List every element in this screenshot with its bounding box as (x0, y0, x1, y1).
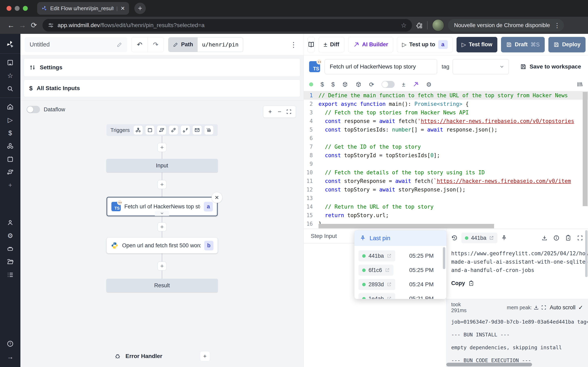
run-hash-chip[interactable]: 2893d (359, 279, 395, 290)
site-settings-icon[interactable] (48, 22, 54, 28)
path-edit-button[interactable]: Path (168, 38, 198, 52)
schedule-trigger-button[interactable] (145, 125, 155, 135)
ai-assist-wand-icon[interactable] (413, 81, 419, 87)
settings-gear-icon[interactable]: ⚙ (0, 230, 20, 241)
code-line[interactable]: 2export async function main(): Promise<s… (304, 100, 588, 108)
new-tab-button[interactable]: + (134, 3, 146, 14)
diff-button[interactable]: ± Diff (319, 37, 345, 52)
audit-logs-icon[interactable] (0, 269, 20, 280)
url-text[interactable]: app.windmill.dev/flows/edit/u/henri/pin_… (58, 22, 397, 29)
close-window-button[interactable] (7, 6, 11, 11)
log-output[interactable]: job=019634e7-9d30-b7cb-1e89-03a64ed441ba… (451, 315, 583, 367)
add-error-handler-button[interactable]: + (200, 351, 210, 361)
path-value[interactable]: u/henri/pin (198, 38, 243, 52)
code-line[interactable]: 9 (304, 160, 588, 168)
undo-button[interactable]: ↶ (132, 37, 148, 52)
path-button-group[interactable]: Path u/henri/pin (168, 37, 243, 52)
test-up-to-button[interactable]: ▷ Test up to a (397, 37, 453, 52)
resources-icon[interactable] (0, 141, 20, 151)
plus-minus-icon[interactable]: ± (402, 81, 405, 88)
extensions-icon[interactable] (416, 22, 423, 29)
editor-vertical-scrollbar[interactable] (583, 92, 588, 206)
schedules-icon[interactable] (0, 154, 20, 164)
diff-mode-toggle[interactable] (381, 81, 395, 88)
route-trigger-button[interactable] (157, 125, 166, 135)
insert-step-button[interactable]: + (158, 222, 167, 231)
tag-select[interactable] (453, 59, 509, 74)
code-line[interactable]: 11 const storyResponse = await fetch(`ht… (304, 177, 588, 185)
external-link-icon[interactable] (385, 268, 390, 273)
run-hash-chip[interactable]: 1e4ab (359, 293, 395, 299)
code-line[interactable]: 1// Define the main function to fetch th… (304, 91, 588, 100)
input-node[interactable]: Input (106, 159, 218, 172)
copy-button[interactable]: Copy (451, 280, 583, 286)
code-editor[interactable]: 1// Define the main function to fetch th… (304, 91, 588, 229)
edit-pencil-icon[interactable] (117, 42, 122, 48)
save-to-workspace-button[interactable]: Save to workspace (520, 63, 581, 70)
websocket-trigger-button[interactable] (169, 125, 178, 135)
forward-icon[interactable]: → (17, 21, 28, 30)
pin-icon[interactable] (501, 235, 507, 241)
docs-book-button[interactable] (307, 37, 315, 52)
test-flow-button[interactable]: ▷ Test flow (457, 37, 498, 52)
dropdown-scrollbar[interactable] (443, 247, 445, 269)
code-line[interactable]: 12 const topStory = await storyResponse.… (304, 185, 588, 194)
draft-button[interactable]: Draft ⌘S (501, 37, 545, 52)
windmill-logo[interactable] (0, 39, 20, 50)
reload-icon[interactable]: ⟳ (369, 81, 374, 88)
result-scrollbar[interactable] (585, 230, 588, 277)
step-node-b[interactable]: Open url and fetch first 500 words of ..… (106, 238, 218, 253)
external-link-icon[interactable] (387, 296, 392, 299)
run-hash-chip[interactable]: 6f1c6 (359, 265, 393, 276)
reload-icon[interactable]: ⟳ (28, 21, 40, 30)
result-value[interactable]: https://www.geoffreylitt.com/2025/04/12/… (451, 249, 583, 275)
zoom-in-icon[interactable]: + (265, 108, 275, 115)
redo-button[interactable]: ↷ (148, 37, 164, 52)
webhook-trigger-button[interactable] (133, 125, 143, 135)
library-icon[interactable] (577, 81, 583, 87)
variables-icon[interactable]: $ (320, 81, 324, 88)
code-line[interactable]: 15 return topStory.url; (304, 211, 588, 220)
zoom-out-icon[interactable]: − (275, 108, 284, 115)
add-icon[interactable]: + (0, 180, 20, 191)
resources-dollar-icon[interactable]: $ (331, 81, 335, 88)
chevron-down-icon[interactable] (155, 211, 169, 216)
minimize-window-button[interactable] (15, 6, 20, 11)
insert-step-button[interactable]: + (158, 180, 167, 189)
code-line[interactable]: 13 (304, 194, 588, 202)
more-options-icon[interactable]: ⋮ (290, 41, 299, 49)
pin-history-item[interactable]: 441ba05:25 PM (359, 250, 442, 261)
workers-icon[interactable] (0, 243, 20, 254)
help-icon[interactable]: ? (0, 338, 20, 349)
code-line[interactable]: 7 // Get the ID of the top story (304, 142, 588, 151)
code-line[interactable]: 14 // Return the URL of the top story (304, 202, 588, 211)
routes-icon[interactable] (0, 167, 20, 177)
logs-horizontal-scrollbar[interactable] (446, 363, 532, 366)
close-tab-icon[interactable]: ✕ (121, 5, 125, 12)
code-line[interactable]: 3 // Fetch the top stories from Hacker N… (304, 108, 588, 117)
clipboard-icon[interactable] (565, 235, 571, 241)
browser-tab[interactable]: Edit Flow u/henri/pin_results | ✕ (37, 2, 129, 15)
search-icon[interactable] (0, 83, 20, 94)
code-line[interactable]: 8 const topStoryId = topStoriesIds[0]; (304, 151, 588, 160)
expand-icon[interactable] (577, 235, 583, 241)
window-controls[interactable] (7, 6, 28, 11)
external-link-icon[interactable] (489, 235, 494, 240)
workspace-icon[interactable] (0, 57, 20, 68)
all-static-inputs-row[interactable]: $ All Static Inputs (24, 80, 300, 97)
maximize-window-button[interactable] (23, 6, 28, 11)
email-trigger-button[interactable] (192, 125, 202, 135)
pin-history-item[interactable]: 2893d05:24 PM (359, 279, 442, 290)
download-icon[interactable] (534, 305, 539, 310)
kafka-trigger-button[interactable] (181, 125, 190, 135)
dataflow-toggle[interactable] (26, 106, 40, 113)
code-line[interactable]: 5 const topStoriesIds: number[] = await … (304, 125, 588, 134)
flow-name-input[interactable]: Untitled (25, 37, 127, 52)
run-hash-chip[interactable]: 441ba (359, 250, 395, 261)
flow-graph-canvas[interactable]: Dataflow + − Triggers (20, 100, 303, 367)
history-icon[interactable] (451, 235, 458, 241)
package-icon[interactable] (355, 81, 362, 87)
profile-avatar[interactable] (432, 19, 444, 31)
insert-step-button[interactable]: + (158, 262, 167, 271)
ai-builder-button[interactable]: AI Builder (348, 37, 393, 52)
